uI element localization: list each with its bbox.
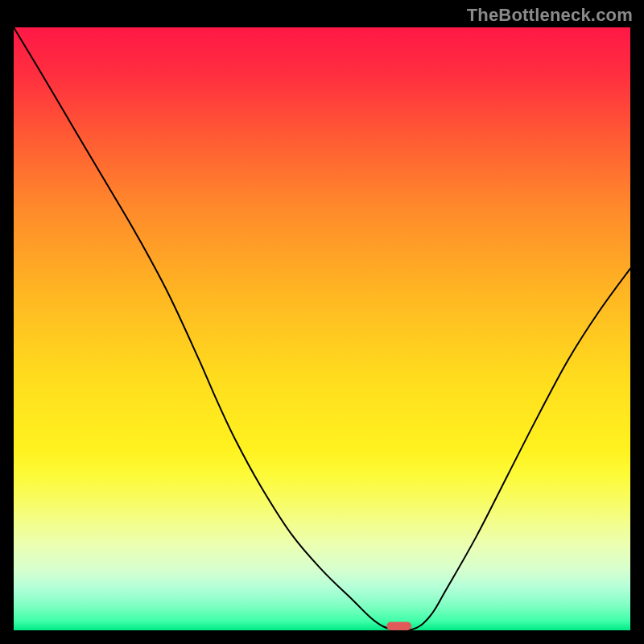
watermark-text: TheBottleneck.com [467, 5, 633, 26]
plot-area [14, 27, 630, 630]
curve-layer [14, 27, 630, 630]
optimum-marker [386, 622, 411, 630]
bottleneck-curve [14, 27, 630, 630]
chart-frame: TheBottleneck.com [0, 0, 644, 644]
